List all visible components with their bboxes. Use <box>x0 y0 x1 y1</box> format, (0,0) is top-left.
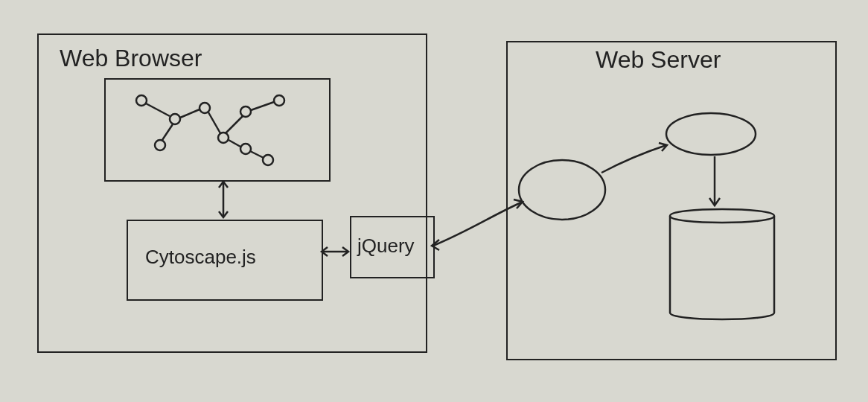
graph-visualization-box <box>104 78 331 182</box>
py2neo-label: py2neo <box>677 123 741 146</box>
neo4j-label: neo4j <box>692 227 740 250</box>
web-browser-title: Web Browser <box>60 45 202 72</box>
web-server-title: Web Server <box>596 46 721 74</box>
architecture-diagram: Web Browser Cytoscape.js jQuery Web Serv… <box>0 0 868 402</box>
flask-label: Flask <box>534 179 588 204</box>
jquery-label: jQuery <box>357 234 415 258</box>
cytoscape-label: Cytoscape.js <box>145 246 256 269</box>
